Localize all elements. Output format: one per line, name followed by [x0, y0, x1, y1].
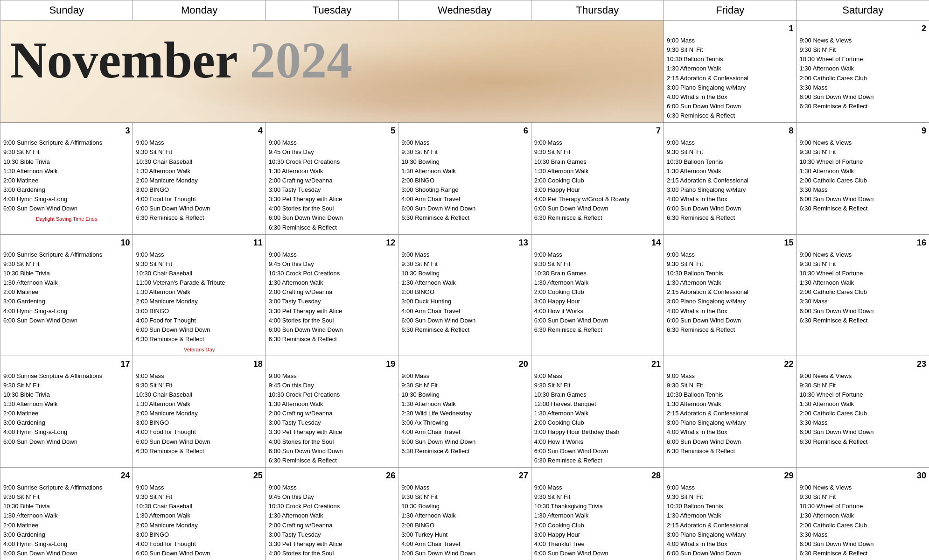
list-item: 6:30 Reminisce & Reflect — [534, 558, 661, 560]
day-number: 24 — [3, 469, 130, 482]
list-item: 9:00 Mass — [667, 371, 793, 381]
list-item: 4:00 Hymn Sing-a-Long — [3, 307, 130, 316]
list-item: 3:00 BINGO — [136, 185, 262, 195]
list-item: 10:30 Wheel of Fortune — [800, 157, 926, 167]
list-item: 6:00 Sun Down Wind Down — [269, 325, 395, 335]
list-item: 3:00 Shooting Range — [401, 185, 528, 195]
month-name: November — [10, 32, 237, 89]
list-item: 9:30 Sit N' Fit — [3, 492, 130, 502]
list-item: 10:30 Balloon Tennis — [667, 55, 793, 64]
list-item: 3:30 Mass — [800, 297, 926, 306]
calendar-cell-27: 279:00 Mass9:30 Sit N' Fit10:30 Bowling1… — [398, 467, 531, 560]
list-item: 2:00 Crafting w/Deanna — [269, 521, 395, 530]
list-item: 10:30 Bowling — [401, 502, 528, 511]
list-item: 9:00 Mass — [269, 371, 395, 381]
list-item: 2:00 Catholic Cares Club — [800, 409, 926, 418]
list-item: 9:00 Mass — [269, 483, 395, 492]
list-item: 6:00 Sun Down Wind Down — [136, 204, 262, 213]
day-number: 20 — [401, 358, 528, 371]
list-item: 2:00 Matinee — [3, 287, 130, 297]
list-item: 6:00 Sun Down Wind Down — [401, 204, 528, 213]
list-item: 1:30 Afternoon Walk — [269, 167, 395, 176]
list-item: 6:00 Sun Down Wind Down — [667, 102, 793, 111]
list-item: 9:30 Sit N' Fit — [136, 381, 262, 390]
list-item: 9:30 Sit N' Fit — [667, 381, 793, 390]
list-item: 10:30 Wheel of Fortune — [800, 502, 926, 511]
day-number: 19 — [269, 358, 395, 371]
event-list-7: 9:00 Mass9:30 Sit N' Fit10:30 Brain Game… — [534, 138, 661, 223]
year-label: 2024 — [237, 32, 353, 89]
list-item: 9:30 Sit N' Fit — [136, 147, 262, 157]
list-item: 3:00 Piano Singalong w/Mary — [667, 297, 793, 306]
list-item: 10:30 Chair Baseball — [136, 157, 262, 167]
list-item: 1:30 Afternoon Walk — [3, 399, 130, 409]
month-title: November 2024 — [0, 21, 664, 86]
list-item: 9:45 On this Day — [269, 492, 395, 502]
list-item: 2:00 BINGO — [401, 176, 528, 185]
list-item: 2:00 Catholic Cares Club — [800, 176, 926, 185]
list-item: 2:00 Catholic Cares Club — [800, 521, 926, 530]
header-day-thursday: Thursday — [531, 0, 664, 21]
list-item: 9:30 Sit N' Fit — [401, 147, 528, 157]
calendar-cell-2: 29:00 News & Views9:30 Sit N' Fit10:30 W… — [796, 21, 929, 123]
list-item: 6:30 Reminisce & Reflect — [800, 204, 926, 213]
list-item: 1:30 Afternoon Walk — [401, 167, 528, 176]
list-item: 1:30 Afternoon Walk — [269, 399, 395, 409]
event-list-28: 9:00 Mass9:30 Sit N' Fit10:30 Thanksgivi… — [534, 483, 661, 560]
list-item: 6:00 Sun Down Wind Down — [667, 204, 793, 213]
list-item: 9:30 Sit N' Fit — [401, 259, 528, 269]
list-item: 1:30 Afternoon Walk — [3, 167, 130, 176]
event-list-19: 9:00 Mass9:45 On this Day10:30 Crock Pot… — [269, 371, 395, 465]
list-item: 4:00 Stories for the Soul — [269, 549, 395, 558]
day-number: 23 — [800, 358, 926, 371]
list-item: 6:30 Reminisce & Reflect — [401, 213, 528, 223]
list-item: 6:30 Reminisce & Reflect — [269, 456, 395, 465]
list-item: 10:30 Chair Baseball — [136, 390, 262, 399]
day-number: 4 — [136, 125, 262, 137]
event-list-16: 9:00 News & Views9:30 Sit N' Fit10:30 Wh… — [800, 250, 926, 325]
header-day-saturday: Saturday — [796, 0, 929, 21]
list-item: 9:30 Sit N' Fit — [401, 381, 528, 390]
list-item: 12:00 Harvest Banquet — [534, 399, 661, 409]
day-number: 15 — [667, 237, 793, 249]
list-item: 6:00 Sun Down Wind Down — [800, 195, 926, 204]
event-list-17: 9:00 Sunrise Scripture & Affirmations9:3… — [3, 371, 130, 447]
list-item: 6:30 Reminisce & Reflect — [534, 325, 661, 335]
list-item: 3:30 Pet Therapy with Alice — [269, 307, 395, 316]
list-item: 9:30 Sit N' Fit — [534, 259, 661, 269]
list-item: 4:00 Stories for the Soul — [269, 437, 395, 447]
list-item: 6:30 Reminisce & Reflect — [269, 335, 395, 344]
list-item: 10:30 Bowling — [401, 269, 528, 278]
day-number: 12 — [269, 237, 395, 249]
list-item: 9:30 Sit N' Fit — [3, 147, 130, 157]
list-item: 10:30 Wheel of Fortune — [800, 269, 926, 278]
calendar-cell-22: 229:00 Mass9:30 Sit N' Fit10:30 Balloon … — [664, 356, 796, 467]
list-item: 1:30 Afternoon Walk — [269, 511, 395, 520]
calendar-cell-15: 159:00 Mass9:30 Sit N' Fit10:30 Balloon … — [664, 234, 796, 356]
list-item: 2:15 Adoration & Confessional — [667, 409, 793, 418]
list-item: 10:30 Bowling — [401, 157, 528, 167]
list-item: 6:30 Reminisce & Reflect — [800, 549, 926, 558]
list-item: 9:30 Sit N' Fit — [534, 381, 661, 390]
list-item: 6:00 Sun Down Wind Down — [401, 316, 528, 325]
list-item: 9:00 News & Views — [800, 250, 926, 259]
list-item: 9:00 News & Views — [800, 36, 926, 45]
list-item: 9:00 Mass — [534, 138, 661, 147]
list-item: 11:00 Veteran's Parade & Tribute — [136, 278, 262, 287]
list-item: 1:30 Afternoon Walk — [800, 64, 926, 73]
event-list-23: 9:00 News & Views9:30 Sit N' Fit10:30 Wh… — [800, 371, 926, 447]
event-list-10: 9:00 Sunrise Scripture & Affirmations9:3… — [3, 250, 130, 325]
event-list-6: 9:00 Mass9:30 Sit N' Fit10:30 Bowling1:3… — [401, 138, 528, 223]
list-item: 6:30 Reminisce & Reflect — [534, 456, 661, 465]
list-item: 6:30 Reminisce & Reflect — [136, 447, 262, 456]
list-item: 6:00 Sun Down Wind Down — [3, 204, 130, 213]
list-item: 2:30 Wild Life Wednesday — [401, 409, 528, 418]
list-item: 3:00 BINGO — [136, 418, 262, 427]
list-item: 2:00 Crafting w/Deanna — [269, 287, 395, 297]
day-number: 9 — [800, 125, 926, 137]
event-list-26: 9:00 Mass9:45 On this Day10:30 Crock Pot… — [269, 483, 395, 560]
list-item: 6:00 Sun Down Wind Down — [534, 447, 661, 456]
event-list-21: 9:00 Mass9:30 Sit N' Fit10:30 Brain Game… — [534, 371, 661, 465]
list-item: 3:00 Piano Singalong w/Mary — [667, 418, 793, 427]
event-list-18: 9:00 Mass9:30 Sit N' Fit10:30 Chair Base… — [136, 371, 262, 456]
